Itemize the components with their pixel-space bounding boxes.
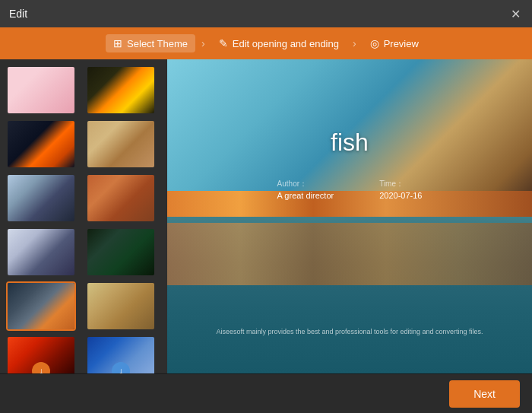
footer: Next <box>0 373 532 413</box>
thumbnail-item[interactable] <box>86 173 156 223</box>
thumbnail-item[interactable] <box>86 227 156 277</box>
thumbnail-item[interactable] <box>86 119 156 169</box>
title-bar: Edit ✕ <box>0 0 532 27</box>
preview-icon: ◎ <box>370 37 379 49</box>
step-label-edit: Edit opening and ending <box>233 38 339 49</box>
thumbnail-item[interactable] <box>86 65 156 115</box>
meta-author-col: Author： A great director <box>277 179 334 200</box>
thumbnail-item[interactable] <box>6 281 76 331</box>
theme-icon: ⊞ <box>113 37 122 49</box>
thumbnail-item[interactable] <box>6 227 76 277</box>
thumbnail-item[interactable]: ↓ <box>86 335 156 373</box>
close-button[interactable]: ✕ <box>508 6 523 21</box>
step-label-preview: Preview <box>384 38 419 49</box>
window-title: Edit <box>9 8 27 20</box>
thumbnail-item[interactable] <box>86 281 156 331</box>
step-edit-opening[interactable]: ✎ Edit opening and ending <box>211 34 347 52</box>
main-content: ↓↓ fish Author： A great director Time： 2… <box>0 59 532 373</box>
thumbnail-grid: ↓↓ <box>6 65 161 373</box>
step-select-theme[interactable]: ⊞ Select Theme <box>106 34 195 52</box>
preview-meta: Author： A great director Time： 2020-07-1… <box>277 179 423 200</box>
preview-reflection <box>167 223 532 286</box>
thumbnail-item[interactable] <box>6 119 76 169</box>
time-label: Time： <box>379 179 422 189</box>
edit-icon: ✎ <box>219 37 228 49</box>
thumbnail-item[interactable] <box>6 65 76 115</box>
author-label: Author： <box>277 179 334 189</box>
author-value: A great director <box>277 191 334 200</box>
preview-title: fish <box>167 129 532 157</box>
step-label-theme: Select Theme <box>127 38 188 49</box>
time-value: 2020-07-16 <box>379 191 422 200</box>
step-preview[interactable]: ◎ Preview <box>363 34 426 52</box>
thumbnail-item[interactable] <box>6 173 76 223</box>
preview-footer-text: Aiseesoft mainly provides the best and p… <box>167 328 532 335</box>
next-button[interactable]: Next <box>449 380 520 408</box>
preview-area: fish Author： A great director Time： 2020… <box>167 59 532 373</box>
thumbnail-item[interactable]: ↓ <box>6 335 76 373</box>
step-sep-2: › <box>353 37 356 49</box>
step-sep-1: › <box>201 37 205 49</box>
theme-sidebar: ↓↓ <box>0 59 167 373</box>
step-bar: ⊞ Select Theme › ✎ Edit opening and endi… <box>0 27 532 59</box>
preview-image: fish Author： A great director Time： 2020… <box>167 59 532 373</box>
meta-time-col: Time： 2020-07-16 <box>379 179 422 200</box>
